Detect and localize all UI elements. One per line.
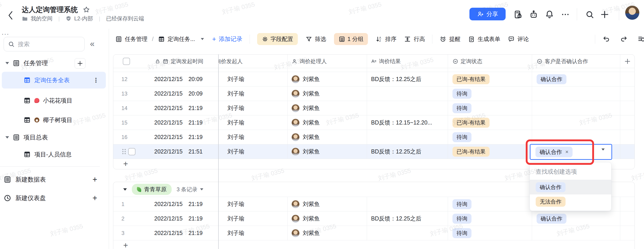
group-collapse-icon[interactable] — [123, 188, 127, 191]
undo-icon[interactable] — [602, 35, 610, 43]
table-cell[interactable] — [620, 115, 634, 130]
sidebar-group-task[interactable]: 任务管理 — [0, 58, 109, 69]
new-dashboard-button[interactable]: 新建仪表盘 + — [0, 191, 109, 205]
remove-tag-icon[interactable]: × — [565, 149, 568, 155]
table-cell[interactable] — [113, 144, 136, 159]
table-cell[interactable]: 待询 — [448, 197, 532, 211]
table-cell[interactable]: 1 — [113, 197, 136, 211]
table-cell[interactable]: 待询 — [448, 211, 532, 226]
table-cell[interactable]: 刘子瑜 — [218, 101, 288, 115]
table-cell[interactable]: 刘子瑜 — [218, 115, 288, 130]
table-cell[interactable] — [620, 72, 634, 86]
table-cell[interactable]: 刘子瑜 — [218, 226, 288, 240]
notification-bell-icon[interactable] — [544, 10, 554, 20]
table-cell[interactable]: 已询-有结果 — [448, 115, 532, 130]
table-row[interactable]: 122022/12/1520:09刘子瑜刘紫鱼BD反馈：12.25之后已询-有结… — [113, 72, 634, 87]
column-header-result[interactable]: 询价结果 — [367, 55, 448, 68]
collapse-sidebar-icon[interactable]: « — [90, 39, 94, 49]
field-config-button[interactable]: 字段配置 — [257, 33, 298, 45]
table-cell[interactable] — [620, 144, 634, 159]
redo-icon[interactable] — [620, 35, 628, 43]
table-cell[interactable]: 刘紫鱼 — [288, 87, 367, 101]
search-icon[interactable] — [585, 10, 595, 20]
search-in-view-icon[interactable] — [638, 35, 644, 43]
table-cell[interactable] — [532, 87, 620, 101]
table-cell[interactable]: BD反馈：12.15~12.20... — [367, 115, 448, 130]
table-cell[interactable]: 刘紫鱼 — [288, 211, 367, 226]
chevron-down-icon[interactable] — [6, 62, 9, 64]
plus-icon[interactable]: + — [92, 193, 97, 203]
new-doc-plus-icon[interactable] — [600, 10, 610, 20]
row-height-button[interactable]: 行高 — [404, 35, 425, 43]
table-cell[interactable]: 2022/12/1521:19 — [136, 115, 218, 130]
group-record-count[interactable]: 3 条记录 — [176, 186, 203, 193]
table-cell[interactable]: 刘紫鱼 — [288, 226, 367, 240]
view-selector[interactable]: 定询任务... — [158, 35, 204, 43]
user-avatar[interactable] — [625, 6, 640, 20]
table-cell[interactable] — [532, 101, 620, 115]
sidebar-item-coconut-project[interactable]: 椰子树项目 — [2, 113, 106, 127]
generate-form-button[interactable]: 生成表单 — [468, 35, 500, 43]
table-cell[interactable]: 2022/12/1521:19 — [136, 101, 218, 115]
table-cell[interactable]: 已询-有结果 — [448, 72, 532, 86]
dropdown-option[interactable]: 确认合作 — [530, 180, 611, 194]
table-cell[interactable]: 确认合作 — [532, 72, 620, 86]
table-cell[interactable]: 2022/12/1521:19 — [136, 211, 218, 226]
table-cell[interactable]: 2022/12/1520:09 — [136, 72, 218, 86]
table-row[interactable]: 132022/12/1520:09刘子瑜刘紫鱼待询 — [113, 87, 634, 101]
star-icon[interactable] — [83, 6, 90, 13]
add-row-button[interactable]: + — [113, 240, 634, 249]
table-cell[interactable]: 刘紫鱼 — [288, 72, 367, 86]
table-row[interactable]: 22022/12/1521:19刘子瑜刘紫鱼BD反馈：12.25之后待询确认合作 — [113, 211, 634, 226]
table-cell[interactable]: 16 — [113, 130, 136, 144]
table-cell[interactable]: 已询-有结果 — [448, 144, 532, 159]
share-button[interactable]: 分享 — [470, 8, 506, 20]
more-icon[interactable] — [560, 10, 570, 20]
table-cell[interactable]: 待询 — [448, 87, 532, 101]
sidebar-item-project-members[interactable]: 项目-人员信息 — [2, 147, 106, 161]
table-cell[interactable]: 刘子瑜 — [218, 72, 288, 86]
remind-button[interactable]: 提醒 — [440, 35, 460, 43]
add-table-button[interactable] — [74, 58, 86, 69]
table-cell[interactable]: 2022/12/1521:19 — [136, 226, 218, 240]
dropdown-caret-icon[interactable] — [602, 151, 605, 155]
table-cell[interactable]: 刘紫鱼 — [288, 115, 367, 130]
group-button[interactable]: 1 分组 — [334, 33, 368, 45]
table-cell[interactable] — [367, 101, 448, 115]
breadcrumb-security[interactable]: L2-内部 — [66, 15, 93, 22]
table-cell[interactable]: 待询 — [448, 130, 532, 144]
table-cell[interactable]: 15 — [113, 115, 136, 130]
column-header-confirm[interactable]: 客户是否确认合作 — [532, 55, 620, 68]
sidebar-item-flower-project[interactable]: 小花花项目 — [2, 94, 106, 108]
table-cell[interactable]: 2 — [113, 211, 136, 226]
back-button[interactable] — [6, 10, 16, 21]
table-cell[interactable] — [620, 226, 634, 240]
table-cell[interactable]: 刘紫鱼 — [288, 130, 367, 144]
table-cell[interactable] — [620, 101, 634, 115]
permission-doc-icon[interactable] — [513, 10, 523, 20]
table-row[interactable]: 142022/12/1521:19刘子瑜刘紫鱼待询 — [113, 101, 634, 115]
sidebar-item-all-inquiry-table[interactable]: 定询任务全表 ⋮ — [2, 72, 106, 89]
table-cell[interactable]: 刘子瑜 — [218, 211, 288, 226]
row-checkbox[interactable] — [128, 148, 136, 155]
table-cell[interactable] — [532, 115, 620, 130]
comment-button[interactable]: 评论 — [508, 35, 529, 43]
table-cell[interactable] — [367, 130, 448, 144]
table-cell[interactable] — [367, 87, 448, 101]
sidebar-group-project[interactable]: 项目总表 — [0, 132, 109, 143]
table-cell[interactable]: BD反馈：12.25之后 — [367, 144, 448, 159]
table-cell[interactable]: BD反馈：12.25之后 — [367, 211, 448, 226]
selected-option-tag[interactable]: 确认合作 × — [536, 147, 572, 157]
table-cell[interactable]: 刘紫鱼 — [288, 101, 367, 115]
add-record-button[interactable]: + 添加记录 — [212, 35, 242, 43]
table-cell[interactable]: 14 — [113, 101, 136, 115]
table-row[interactable]: 32022/12/1521:19刘子瑜刘紫鱼待询 — [113, 226, 634, 240]
table-cell[interactable]: 确认合作 — [532, 211, 620, 226]
table-cell[interactable]: 12 — [113, 72, 136, 86]
sidebar-search-box[interactable] — [4, 37, 84, 51]
sort-button[interactable]: AZ 排序 — [376, 35, 396, 43]
table-cell[interactable] — [532, 226, 620, 240]
table-cell[interactable]: 待询 — [448, 226, 532, 240]
table-selector[interactable]: 任务管理 — [115, 35, 148, 43]
table-row[interactable]: 162022/12/1521:19刘子瑜刘紫鱼待询 — [113, 130, 634, 144]
